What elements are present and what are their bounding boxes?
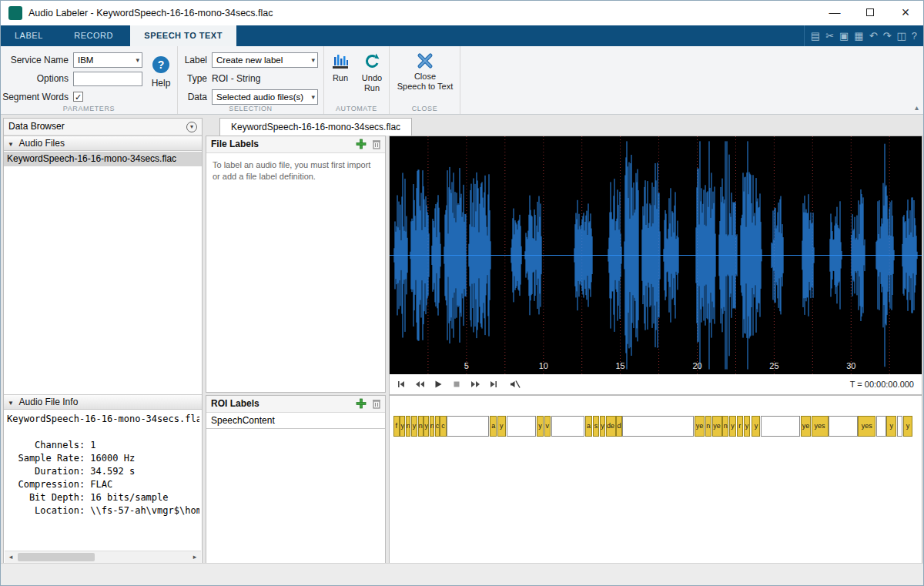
- svg-text:10: 10: [539, 361, 548, 370]
- tab-speech-to-text[interactable]: SPEECH TO TEXT: [130, 25, 236, 46]
- close-speech-to-text-button[interactable]: CloseSpeech to Text: [391, 52, 459, 92]
- copy-icon[interactable]: ▣: [839, 25, 849, 46]
- collapse-toolstrip-icon[interactable]: ▴: [915, 103, 919, 112]
- roi-word-segment[interactable]: yes: [812, 416, 829, 437]
- redo-icon[interactable]: ↷: [883, 25, 892, 46]
- roi-word-segment[interactable]: y: [752, 416, 760, 437]
- section-automate: Run UndoRun AUTOMATE: [324, 46, 390, 114]
- roi-word-segment[interactable]: y: [497, 416, 506, 437]
- data-dropdown[interactable]: Selected audio files(s) ▾: [212, 89, 318, 105]
- segment-words-checkbox[interactable]: [73, 92, 83, 102]
- roi-word-segment[interactable]: d: [616, 416, 622, 437]
- scrollbar-thumb[interactable]: [18, 553, 95, 561]
- roi-word-segment[interactable]: y: [400, 416, 405, 437]
- rewind-button[interactable]: [413, 377, 427, 391]
- scroll-right-icon[interactable]: ▸: [189, 551, 201, 563]
- maximize-icon: [866, 8, 874, 16]
- document-tab[interactable]: KeywordSpeech-16-16-mono-34secs.flac: [219, 118, 412, 136]
- panel-menu-icon[interactable]: ▾: [186, 122, 197, 132]
- close-x-icon: [417, 52, 434, 69]
- roi-word-track[interactable]: fynynynccayyvasydedyenyenyryyyeyesyesyy: [393, 416, 919, 437]
- add-roi-label-icon[interactable]: [356, 398, 367, 409]
- save-icon[interactable]: ▤: [811, 25, 820, 46]
- audio-files-section-header[interactable]: ▼ Audio Files: [4, 136, 202, 151]
- window-title: Audio Labeler - KeywordSpeech-16-16-mono…: [28, 1, 273, 25]
- roi-word-segment[interactable]: c: [435, 416, 440, 437]
- roi-label-list-item[interactable]: SpeechContent: [206, 413, 385, 429]
- data-browser-header: Data Browser ▾: [4, 119, 202, 136]
- time-display: T = 00:00:00.000: [850, 380, 917, 389]
- label-label: Label: [182, 52, 207, 68]
- help-button-label[interactable]: Help: [147, 75, 175, 91]
- mute-icon[interactable]: [508, 377, 522, 391]
- roi-word-segment[interactable]: ye: [712, 416, 722, 437]
- roi-word-segment[interactable]: [447, 416, 489, 437]
- roi-word-segment[interactable]: de: [606, 416, 616, 437]
- close-button[interactable]: ×: [888, 1, 923, 25]
- roi-word-segment[interactable]: [551, 416, 585, 437]
- label-dropdown[interactable]: Create new label ▾: [212, 52, 318, 68]
- roi-word-segment[interactable]: c: [440, 416, 446, 437]
- tab-label[interactable]: LABEL: [1, 25, 57, 46]
- audio-file-list-item[interactable]: KeywordSpeech-16-16-mono-34secs.flac: [4, 152, 202, 166]
- roi-word-segment[interactable]: y: [600, 416, 605, 437]
- undo-icon[interactable]: ↶: [869, 25, 878, 46]
- roi-word-segment[interactable]: s: [593, 416, 600, 437]
- roi-word-segment[interactable]: y: [729, 416, 736, 437]
- roi-word-segment[interactable]: y: [744, 416, 751, 437]
- minimize-button[interactable]: —: [817, 1, 852, 25]
- waveform-panel: 51015202530: [389, 136, 922, 395]
- roi-word-segment[interactable]: a: [490, 416, 497, 437]
- roi-word-segment[interactable]: [829, 416, 858, 437]
- bottom-strip: [1, 563, 923, 585]
- roi-word-segment[interactable]: n: [406, 416, 410, 437]
- roi-word-segment[interactable]: r: [737, 416, 743, 437]
- add-label-icon[interactable]: [356, 139, 367, 149]
- roi-word-segment[interactable]: ye: [801, 416, 811, 437]
- roi-word-segment[interactable]: ye: [695, 416, 705, 437]
- delete-label-icon[interactable]: [371, 139, 382, 149]
- play-button[interactable]: [431, 377, 445, 391]
- service-name-dropdown[interactable]: IBM ▾: [73, 52, 142, 68]
- roi-word-segment[interactable]: [507, 416, 537, 437]
- roi-word-segment[interactable]: [876, 416, 886, 437]
- audio-file-info-text: KeywordSpeech-16-16-mono-34secs.flac Cha…: [7, 413, 199, 517]
- help-icon[interactable]: ?: [152, 56, 169, 73]
- cut-icon[interactable]: ✂: [825, 25, 834, 46]
- options-input[interactable]: [73, 72, 142, 86]
- stop-button[interactable]: [450, 377, 464, 391]
- roi-word-segment[interactable]: y: [411, 416, 417, 437]
- roi-word-segment[interactable]: y: [886, 416, 896, 437]
- roi-word-segment[interactable]: [761, 416, 800, 437]
- waveform-plot[interactable]: 51015202530: [390, 136, 922, 374]
- delete-roi-label-icon[interactable]: [371, 398, 382, 409]
- roi-word-segment[interactable]: y: [424, 416, 429, 437]
- roi-word-segment[interactable]: n: [430, 416, 434, 437]
- skip-to-end-button[interactable]: [487, 377, 500, 391]
- skip-to-start-button[interactable]: [394, 377, 408, 391]
- roi-word-segment[interactable]: y: [537, 416, 544, 437]
- roi-word-segment[interactable]: n: [418, 416, 424, 437]
- file-labels-title: File Labels: [211, 139, 259, 149]
- roi-word-segment[interactable]: [622, 416, 694, 437]
- roi-word-segment[interactable]: a: [585, 416, 592, 437]
- maximize-button[interactable]: [852, 1, 888, 25]
- horizontal-scrollbar[interactable]: ◂ ▸: [5, 551, 201, 563]
- roi-word-segment[interactable]: v: [544, 416, 551, 437]
- run-button[interactable]: Run: [326, 52, 355, 83]
- tab-record[interactable]: RECORD: [60, 25, 127, 46]
- roi-word-segment[interactable]: y: [903, 416, 913, 437]
- roi-word-segment[interactable]: [897, 416, 902, 437]
- audio-file-info-section-header[interactable]: ▼ Audio File Info: [4, 394, 202, 410]
- roi-word-segment[interactable]: n: [722, 416, 728, 437]
- undo-run-button[interactable]: UndoRun: [357, 52, 387, 93]
- roi-word-segment[interactable]: f: [393, 416, 400, 437]
- roi-labels-panel: ROI Labels SpeechContent: [206, 395, 386, 564]
- help-icon[interactable]: ?: [912, 25, 917, 46]
- paste-icon[interactable]: ▦: [854, 25, 863, 46]
- roi-word-segment[interactable]: yes: [858, 416, 875, 437]
- roi-word-segment[interactable]: n: [705, 416, 711, 437]
- layout-icon[interactable]: ◫: [896, 25, 906, 46]
- scroll-left-icon[interactable]: ◂: [5, 551, 17, 563]
- fast-forward-button[interactable]: [468, 377, 482, 391]
